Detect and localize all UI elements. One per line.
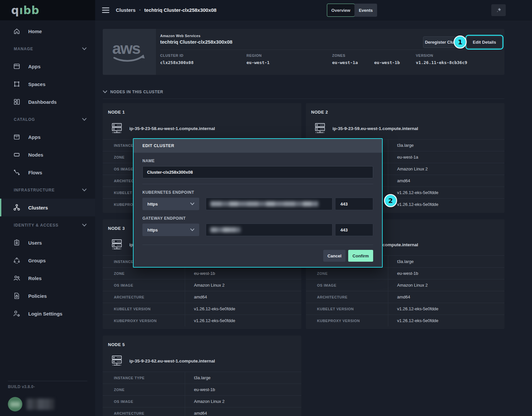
node-hostname: ip-35-9-23-59.eu-west-1.compute.internal xyxy=(332,126,418,131)
modal-header: EDIT CLUSTER xyxy=(134,139,382,153)
version-label: VERSION xyxy=(416,54,467,57)
node-detail-label: ZONE xyxy=(103,268,185,279)
node-detail-label: KUBEPROXY VERSION xyxy=(306,315,388,326)
sidebar-item-login-settings[interactable]: Login Settings xyxy=(0,305,95,322)
build-version: BUILD v3.8.0- xyxy=(0,381,95,389)
nodes-icon xyxy=(12,150,21,159)
kubernetes-protocol-select[interactable]: https xyxy=(142,198,199,210)
node-detail-value: eu-west-1b xyxy=(388,268,504,279)
cancel-button[interactable]: Cancel xyxy=(323,250,346,262)
node-detail-row: KUBELET VERSIONv1.26.12-eks-5e0fdde xyxy=(306,303,504,315)
avatar[interactable] xyxy=(8,397,22,411)
node-detail-value: Amazon Linux 2 xyxy=(185,279,301,291)
node-detail-label: KUBELET VERSION xyxy=(306,303,388,315)
node-detail-value: t3a.large xyxy=(185,372,301,383)
cluster-name-input[interactable]: Cluster-clx258x300x08 xyxy=(142,166,373,178)
sidebar-item-roles[interactable]: Roles xyxy=(0,269,95,287)
gateway-port-input[interactable]: 443 xyxy=(335,224,373,236)
login-settings-icon xyxy=(12,309,21,318)
node-detail-label: ARCHITECTURE xyxy=(103,407,185,416)
sidebar-section-infrastructure[interactable]: INFRASTRUCTURE xyxy=(0,181,95,199)
node-detail-label: KUBELET VERSION xyxy=(103,303,185,315)
sidebar-item-label: Groups xyxy=(28,258,46,263)
user-row[interactable] xyxy=(0,389,95,411)
pin-button[interactable] xyxy=(491,4,506,16)
sidebar-section-identity-access[interactable]: IDENTITY & ACCESS xyxy=(0,216,95,234)
sidebar-item-flows[interactable]: Flows xyxy=(0,164,95,181)
node-table: INSTANCE TYPEt3a.largeZONEeu-west-1bOS I… xyxy=(103,372,301,416)
breadcrumb-root[interactable]: Clusters xyxy=(116,7,136,13)
sidebar-item-clusters[interactable]: Clusters xyxy=(0,199,95,216)
edit-details-button[interactable]: Edit Details xyxy=(467,36,502,48)
gateway-endpoint-label: GATEWAY ENDPOINT xyxy=(142,216,373,221)
node-detail-row: INSTANCE TYPEt3a.large xyxy=(103,372,301,383)
home-icon xyxy=(12,27,21,35)
username-redacted xyxy=(27,399,54,410)
region-label: REGION xyxy=(246,54,332,57)
cluster-divider xyxy=(160,50,499,50)
cluster-id-field: CLUSTER ID clx258x300x08 xyxy=(160,54,246,65)
sidebar-item-nodes[interactable]: Nodes xyxy=(0,146,95,164)
tab-overview[interactable]: Overview xyxy=(327,4,355,17)
kubernetes-endpoint-label: KUBERNETES ENDPOINT xyxy=(142,190,373,195)
node-detail-value: v1.26.12-eks-5e0fdde xyxy=(388,303,504,315)
nodes-section-toggle[interactable]: NODES IN THIS CLUSTER xyxy=(103,90,504,94)
sidebar-item-label: Policies xyxy=(28,293,47,299)
apps-window-icon xyxy=(12,62,21,71)
chevron-down-icon xyxy=(82,188,87,192)
sidebar-item-home[interactable]: Home xyxy=(0,22,95,40)
breadcrumb-separator: • xyxy=(139,8,141,12)
sidebar-item-apps[interactable]: Apps xyxy=(0,128,95,146)
sidebar-item-groups[interactable]: Groups xyxy=(0,252,95,269)
node-card: NODE 5ip-35-9-23-62.eu-west-1.compute.in… xyxy=(103,336,301,416)
node-detail-value: t3a.large xyxy=(388,256,504,267)
annotation-circle-1: 1 xyxy=(454,35,467,49)
zones-label: ZONES xyxy=(332,54,416,57)
node-detail-row: ARCHITECTUREamd64 xyxy=(103,407,301,416)
tab-events[interactable]: Events xyxy=(354,4,377,17)
annotation-circle-2: 2 xyxy=(384,194,397,207)
node-detail-label: KUBEPROXY VERSION xyxy=(103,315,185,326)
spaces-icon xyxy=(12,80,21,88)
sidebar-item-users[interactable]: Users xyxy=(0,234,95,252)
node-detail-value: v1.26.12-eks-5e0fdde xyxy=(185,315,301,326)
kubernetes-port-input[interactable]: 443 xyxy=(335,198,373,210)
sidebar-item-policies[interactable]: Policies xyxy=(0,287,95,305)
node-detail-row: OS IMAGEAmazon Linux 2 xyxy=(103,395,301,407)
modal-title: EDIT CLUSTER xyxy=(142,143,174,148)
redacted-url xyxy=(210,201,318,207)
kubernetes-endpoint-input[interactable] xyxy=(206,198,332,210)
nodes-section-title: NODES IN THIS CLUSTER xyxy=(110,90,163,94)
zone-b-value: eu-west-1b xyxy=(374,60,400,65)
sidebar-item-label: Roles xyxy=(28,275,42,281)
users-icon xyxy=(12,238,21,247)
avatar-blur xyxy=(10,402,20,407)
gateway-endpoint-row: https 443 xyxy=(142,224,373,236)
nodes-divider xyxy=(103,99,504,99)
version-value: v1.26.11-eks-8cb36c9 xyxy=(416,60,467,65)
sidebar-item-spaces[interactable]: Spaces xyxy=(0,75,95,93)
sidebar-item-apps[interactable]: Apps xyxy=(0,57,95,75)
node-detail-value: eu-west-1b xyxy=(185,384,301,395)
gateway-protocol-select[interactable]: https xyxy=(142,224,199,236)
sidebar-item-label: Dashboards xyxy=(28,99,57,105)
gateway-endpoint-input[interactable] xyxy=(206,224,332,236)
sidebar-item-dashboards[interactable]: Dashboards xyxy=(0,93,95,111)
node-detail-label: ARCHITECTURE xyxy=(306,291,388,303)
zone-a-value: eu-west-1a xyxy=(332,60,374,65)
logo-block[interactable]: qıbb xyxy=(0,0,95,20)
node-detail-label: OS IMAGE xyxy=(103,279,185,291)
confirm-button[interactable]: Confirm xyxy=(348,250,373,262)
node-detail-value: Amazon Linux 2 xyxy=(388,279,504,291)
hamburger-menu-icon[interactable] xyxy=(102,7,109,13)
cluster-id-value: clx258x300x08 xyxy=(160,60,246,65)
section-label: MANAGE xyxy=(14,47,82,51)
node-detail-value: v1.26.12-eks-5e0fdde xyxy=(388,315,504,326)
sidebar-section-manage[interactable]: MANAGE xyxy=(0,40,95,57)
node-detail-value: eu-west-1a xyxy=(388,151,504,163)
policies-icon xyxy=(12,292,21,300)
sidebar: qıbb HomeMANAGEAppsSpacesDashboardsCATAL… xyxy=(0,0,95,416)
protocol-value: https xyxy=(147,228,158,232)
node-title: NODE 1 xyxy=(103,103,301,120)
sidebar-section-catalog[interactable]: CATALOG xyxy=(0,111,95,128)
